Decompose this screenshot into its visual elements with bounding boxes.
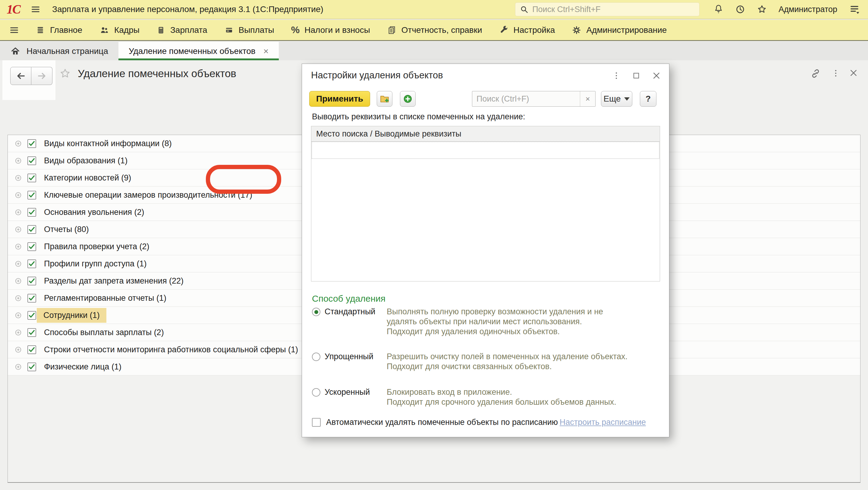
menu-item-reports[interactable]: Отчетность, справки <box>387 25 482 35</box>
expand-icon[interactable] <box>14 329 22 336</box>
window-title: Зарплата и управление персоналом, редакц… <box>52 4 323 14</box>
expand-icon[interactable] <box>14 226 22 233</box>
row-checkbox[interactable] <box>27 225 36 234</box>
arrow-left-icon <box>16 70 26 81</box>
expand-icon[interactable] <box>14 174 22 182</box>
dialog-search-input[interactable] <box>472 91 580 106</box>
deletion-settings-dialog: Настройки удаления объектов Применить × … <box>302 64 670 437</box>
home-icon <box>10 47 21 56</box>
radio-button[interactable] <box>312 353 320 361</box>
form-close-icon[interactable] <box>849 68 858 78</box>
page-title: Удаление помеченных объектов <box>78 67 236 80</box>
method-description: Выполнять полную проверку возможности уд… <box>387 307 661 337</box>
menu-item-label: Налоги и взносы <box>304 25 370 35</box>
auto-delete-label: Автоматически удалять помеченные объекты… <box>326 418 558 427</box>
list-item-label: Профили групп доступа (1) <box>43 256 147 271</box>
arrow-right-icon <box>36 70 47 81</box>
tab-home-page[interactable]: Начальная страница <box>0 42 119 60</box>
clear-search-icon[interactable]: × <box>580 91 595 106</box>
table-column-header[interactable]: Место поиска / Выводимые реквизиты <box>311 126 660 142</box>
list-item-label: Категории новостей (9) <box>43 171 132 185</box>
row-checkbox[interactable] <box>27 259 36 268</box>
menu-item-percent[interactable]: %Налоги и взносы <box>291 24 370 36</box>
method-option[interactable]: УпрощенныйРазрешить очистку полей в поме… <box>312 352 661 372</box>
apply-button[interactable]: Применить <box>309 91 370 107</box>
1c-logo: 1С <box>7 3 20 16</box>
caret-down-icon <box>624 97 629 101</box>
expand-icon[interactable] <box>14 209 22 216</box>
row-checkbox[interactable] <box>27 277 36 285</box>
dialog-kebab-menu-icon[interactable] <box>612 70 621 81</box>
menu-item-people[interactable]: Кадры <box>99 25 140 35</box>
get-link-icon[interactable] <box>810 68 821 79</box>
dialog-close-icon[interactable] <box>652 71 661 81</box>
auto-delete-checkbox[interactable] <box>312 418 321 427</box>
row-checkbox[interactable] <box>27 242 36 251</box>
row-checkbox[interactable] <box>27 174 36 182</box>
tab-deletion[interactable]: Удаление помеченных объектов × <box>119 42 279 60</box>
nav-back-button[interactable] <box>10 67 31 85</box>
main-menu-icon[interactable] <box>30 4 41 14</box>
expand-icon[interactable] <box>14 346 22 354</box>
row-checkbox[interactable] <box>27 363 36 371</box>
method-name: Упрощенный <box>324 352 378 362</box>
expand-icon[interactable] <box>14 157 22 164</box>
radio-button[interactable] <box>312 308 320 316</box>
global-search-input[interactable] <box>532 4 695 14</box>
row-checkbox[interactable] <box>27 156 36 165</box>
add-button[interactable] <box>400 91 415 107</box>
menu-item-wrench[interactable]: Настройка <box>499 25 555 35</box>
tab-close-icon[interactable]: × <box>264 46 269 56</box>
expand-icon[interactable] <box>14 191 22 199</box>
expand-icon[interactable] <box>14 312 22 319</box>
row-checkbox[interactable] <box>27 345 36 354</box>
menu-item-label: Отчетность, справки <box>401 25 482 35</box>
row-checkbox[interactable] <box>27 191 36 200</box>
user-menu-icon[interactable] <box>849 4 860 15</box>
global-search[interactable] <box>515 2 700 16</box>
row-checkbox[interactable] <box>27 311 36 320</box>
menu-item-calculator[interactable]: Зарплата <box>156 25 207 35</box>
method-option[interactable]: СтандартныйВыполнять полную проверку воз… <box>312 307 661 337</box>
nav-forward-button[interactable] <box>31 67 53 85</box>
table-current-row[interactable] <box>312 142 659 159</box>
add-group-button[interactable] <box>377 91 393 107</box>
dialog-search-field[interactable]: × <box>472 91 595 107</box>
gear-icon <box>572 25 581 35</box>
notifications-bell-icon[interactable] <box>713 4 724 15</box>
expand-icon[interactable] <box>14 260 22 268</box>
radio-button[interactable] <box>312 388 320 397</box>
attributes-table[interactable]: Место поиска / Выводимые реквизиты <box>311 126 660 281</box>
card-icon <box>224 26 234 35</box>
expand-icon[interactable] <box>14 295 22 302</box>
menu-item-gear[interactable]: Администрирование <box>572 25 667 35</box>
dialog-maximize-icon[interactable] <box>632 71 641 80</box>
method-option[interactable]: УскоренныйБлокировать вход в приложение.… <box>312 387 661 407</box>
expand-icon[interactable] <box>14 243 22 250</box>
menu-item-label: Администрирование <box>586 25 667 35</box>
menu-item-label: Зарплата <box>170 25 207 35</box>
form-kebab-menu-icon[interactable] <box>831 68 840 78</box>
dialog-help-button[interactable]: ? <box>640 91 656 107</box>
folder-plus-icon <box>379 93 390 104</box>
dialog-more-button[interactable]: Еще <box>601 91 632 107</box>
list-item-label: Регламентированные отчеты (1) <box>43 291 167 306</box>
list-item-label: Виды контактной информации (8) <box>43 136 173 151</box>
favorite-page-star-icon[interactable] <box>59 67 71 80</box>
attributes-label: Выводить реквизиты в списке помеченных н… <box>312 112 525 121</box>
history-icon[interactable] <box>735 4 745 14</box>
favorites-star-icon[interactable] <box>757 4 767 14</box>
menu-item-card[interactable]: Выплаты <box>224 25 274 35</box>
schedule-link[interactable]: Настроить расписание <box>560 418 646 427</box>
row-checkbox[interactable] <box>27 139 36 148</box>
menu-item-sections[interactable]: Главное <box>36 25 82 35</box>
row-checkbox[interactable] <box>27 328 36 337</box>
current-user[interactable]: Администратор <box>778 5 837 14</box>
expand-icon[interactable] <box>14 140 22 147</box>
expand-icon[interactable] <box>14 363 22 371</box>
expand-icon[interactable] <box>14 277 22 285</box>
list-item-label: Виды образования (1) <box>43 153 128 168</box>
row-checkbox[interactable] <box>27 208 36 217</box>
row-checkbox[interactable] <box>27 294 36 303</box>
sections-panel-icon[interactable] <box>9 25 19 35</box>
